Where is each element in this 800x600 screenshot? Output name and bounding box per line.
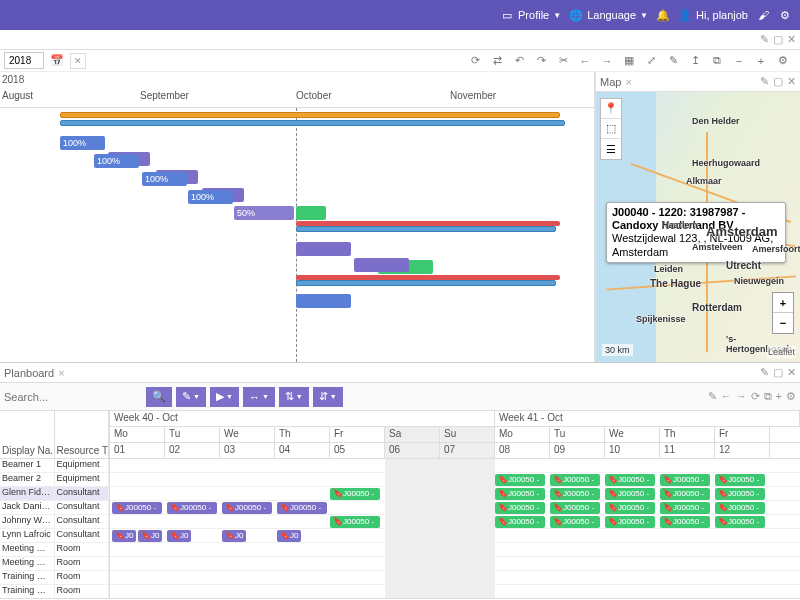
schedule-chip[interactable]: 🔖J00050 -	[715, 502, 765, 514]
next-icon[interactable]: →	[598, 52, 616, 70]
undo-icon[interactable]: ↶	[510, 52, 528, 70]
col-header-type[interactable]: Resource T...	[55, 411, 110, 459]
close-icon[interactable]: ×	[58, 367, 64, 379]
schedule-chip[interactable]: 🔖J00050 -	[550, 502, 600, 514]
schedule-chip[interactable]: 🔖J00050 -	[605, 474, 655, 486]
schedule-chip[interactable]: 🔖J0	[277, 530, 301, 542]
schedule-chip[interactable]: 🔖J00050 -	[495, 502, 545, 514]
schedule-chip[interactable]: 🔖J00050 -	[550, 516, 600, 528]
close-icon[interactable]: ✕	[787, 33, 796, 46]
edit-icon[interactable]: ✎	[760, 75, 769, 88]
gantt-task-bar[interactable]	[296, 294, 351, 308]
resource-row[interactable]: Training Roo...Room	[0, 585, 109, 598]
schedule-row[interactable]: 🔖J00050 -🔖J00050 -🔖J00050 -🔖J00050 -🔖J00…	[110, 487, 800, 501]
copy2-icon[interactable]: ⧉	[764, 390, 772, 403]
list-icon[interactable]: ☰	[601, 139, 621, 159]
settings-button[interactable]: ⚙	[778, 8, 792, 22]
range-dropdown[interactable]: ↔▼	[243, 387, 275, 407]
resource-row[interactable]: Beamer 2Equipment	[0, 473, 109, 487]
gantt-task-bar[interactable]: 100%	[60, 136, 105, 150]
schedule-chip[interactable]: 🔖J00050 -	[715, 516, 765, 528]
schedule-chip[interactable]: 🔖J00050 -	[660, 502, 710, 514]
gantt-task-bar[interactable]: 100%	[188, 190, 233, 204]
chart-icon[interactable]: ⤢	[642, 52, 660, 70]
gantt-task-bar[interactable]	[354, 258, 409, 272]
gantt-task-bar[interactable]: 100%	[142, 172, 187, 186]
edit-icon[interactable]: ✎	[760, 33, 769, 46]
up-icon[interactable]: ↥	[686, 52, 704, 70]
arrow-left-icon[interactable]: ←	[721, 390, 732, 403]
redo-icon[interactable]: ↷	[532, 52, 550, 70]
edit-dropdown[interactable]: ✎▼	[176, 387, 206, 407]
resource-row[interactable]: Meeting Roo...Room	[0, 557, 109, 571]
schedule-row[interactable]: 🔖J00050 -🔖J00050 -🔖J00050 -🔖J00050 -🔖J00…	[110, 515, 800, 529]
edit2-icon[interactable]: ✎	[664, 52, 682, 70]
play-dropdown[interactable]: ▶▼	[210, 387, 239, 407]
gantt-task-bar[interactable]	[296, 206, 326, 220]
maximize-icon[interactable]: ▢	[773, 75, 783, 88]
gantt-task-bar[interactable]: 100%	[94, 154, 139, 168]
zoom-out-button[interactable]: −	[773, 313, 793, 333]
resource-row[interactable]: Lynn LafroicConsultant	[0, 529, 109, 543]
gantt-summary-bar[interactable]	[296, 280, 556, 286]
resource-row[interactable]: Beamer 1Equipment	[0, 459, 109, 473]
schedule-row[interactable]	[110, 543, 800, 557]
resource-row[interactable]: Meeting Roo...Room	[0, 543, 109, 557]
gantt-summary-bar[interactable]	[296, 226, 556, 232]
gantt-task-bar[interactable]: 50%	[234, 206, 294, 220]
schedule-chip[interactable]: 🔖J00050 -	[605, 488, 655, 500]
schedule-chip[interactable]: 🔖J00050 -	[715, 474, 765, 486]
schedule-chip[interactable]: 🔖J00050 -	[660, 474, 710, 486]
close-icon[interactable]: ✕	[787, 75, 796, 88]
clear-date-button[interactable]: ✕	[70, 53, 86, 69]
schedule-chip[interactable]: 🔖J00050 -	[330, 488, 380, 500]
schedule-row[interactable]: 🔖J0🔖J0🔖J0🔖J0🔖J0	[110, 529, 800, 543]
schedule-chip[interactable]: 🔖J0	[138, 530, 162, 542]
calendar2-icon[interactable]: ▦	[620, 52, 638, 70]
resource-row[interactable]: Training Roo...Room	[0, 571, 109, 585]
schedule-chip[interactable]: 🔖J00050 -	[167, 502, 217, 514]
plus-icon[interactable]: +	[752, 52, 770, 70]
gantt-body[interactable]: 100% 100% 100% 100% 50%	[0, 108, 594, 362]
zoom-in-button[interactable]: +	[773, 293, 793, 313]
schedule-row[interactable]	[110, 459, 800, 473]
schedule-chip[interactable]: 🔖J00050 -	[495, 516, 545, 528]
map[interactable]: 📍 ⬚ ☰ J00040 - 1220: 31987987 - Candoxy …	[596, 92, 800, 362]
maximize-icon[interactable]: ▢	[773, 366, 783, 379]
language-menu[interactable]: 🌐 Language ▼	[569, 8, 648, 22]
edit-icon[interactable]: ✎	[760, 366, 769, 379]
schedule-chip[interactable]: 🔖J0	[112, 530, 136, 542]
pencil-icon[interactable]: ✎	[708, 390, 717, 403]
search-input[interactable]	[4, 391, 142, 403]
cut-icon[interactable]: ✂	[554, 52, 572, 70]
schedule-chip[interactable]: 🔖J00050 -	[550, 474, 600, 486]
planboard-tab[interactable]: Planboard	[4, 367, 54, 379]
gear3-icon[interactable]: ⚙	[786, 390, 796, 403]
gear2-icon[interactable]: ⚙	[774, 52, 792, 70]
search-button[interactable]: 🔍	[146, 387, 172, 407]
refresh-icon[interactable]: ⟳	[466, 52, 484, 70]
year-input[interactable]	[4, 52, 44, 69]
sort-dropdown[interactable]: ⇅▼	[279, 387, 309, 407]
gantt-summary-bar[interactable]	[60, 112, 560, 118]
layers-icon[interactable]: ⬚	[601, 119, 621, 139]
prev-icon[interactable]: ←	[576, 52, 594, 70]
pin-icon[interactable]: 📍	[601, 99, 621, 119]
schedule-chip[interactable]: 🔖J00050 -	[330, 516, 380, 528]
gantt-critical-bar[interactable]	[296, 275, 560, 280]
user-menu[interactable]: 👤 Hi, planjob	[678, 8, 748, 22]
profile-menu[interactable]: ▭ Profile ▼	[500, 8, 561, 22]
col-header-name[interactable]: Display Na...	[0, 411, 55, 459]
refresh2-icon[interactable]: ⟳	[751, 390, 760, 403]
schedule-chip[interactable]: 🔖J00050 -	[550, 488, 600, 500]
schedule-chip[interactable]: 🔖J00050 -	[277, 502, 327, 514]
schedule-chip[interactable]: 🔖J00050 -	[715, 488, 765, 500]
schedule-chip[interactable]: 🔖J00050 -	[222, 502, 272, 514]
copy-icon[interactable]: ⧉	[708, 52, 726, 70]
schedule-row[interactable]: 🔖J00050 -🔖J00050 -🔖J00050 -🔖J00050 -🔖J00…	[110, 473, 800, 487]
gantt-critical-bar[interactable]	[296, 221, 560, 226]
schedule-chip[interactable]: 🔖J00050 -	[605, 502, 655, 514]
resource-row[interactable]: Jack DanielsConsultant	[0, 501, 109, 515]
brush-button[interactable]: 🖌	[756, 8, 770, 22]
schedule-chip[interactable]: 🔖J00050 -	[660, 516, 710, 528]
